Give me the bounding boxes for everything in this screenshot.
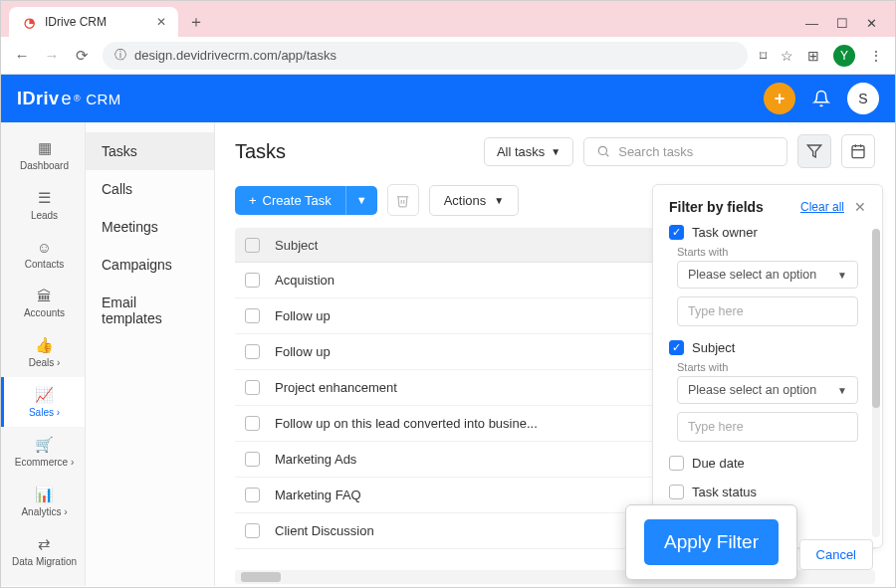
rail-dashboard[interactable]: ▦Dashboard	[1, 130, 85, 180]
contacts-icon: ☺	[37, 239, 52, 256]
row-checkbox[interactable]	[245, 344, 260, 359]
analytics-icon: 📊	[35, 486, 54, 503]
chevron-down-icon: ▼	[837, 385, 847, 396]
profile-avatar[interactable]: Y	[833, 45, 855, 67]
filter-group: ✓Task ownerStarts withPlease select an o…	[669, 225, 866, 326]
rail-data-migration[interactable]: ⇄Data Migration	[1, 526, 85, 576]
rail-deals[interactable]: 👍Deals ›	[1, 327, 85, 377]
row-checkbox[interactable]	[245, 452, 260, 467]
site-info-icon[interactable]: ⓘ	[114, 47, 126, 64]
subnav-calls[interactable]: Calls	[86, 170, 214, 208]
subnav-email-templates[interactable]: Email templates	[86, 284, 214, 337]
tab-close-icon[interactable]: ✕	[156, 15, 166, 29]
filter-field-toggle[interactable]: ✓Subject	[669, 340, 858, 355]
global-add-button[interactable]: +	[764, 83, 795, 114]
filter-value-input[interactable]: Type here	[677, 296, 858, 326]
cancel-button[interactable]: Cancel	[799, 539, 873, 570]
window-close-icon[interactable]: ✕	[866, 16, 877, 31]
filter-condition-label: Starts with	[677, 361, 858, 373]
svg-line-1	[606, 154, 609, 157]
chevron-down-icon: ▼	[551, 146, 560, 157]
sales-icon: 📈	[35, 386, 54, 404]
address-bar[interactable]: ⓘ design.devidrivecrm.com/app/tasks	[103, 42, 748, 70]
row-checkbox[interactable]	[245, 380, 260, 395]
plus-icon: +	[249, 193, 257, 208]
calendar-view-button[interactable]	[841, 134, 875, 168]
reload-icon[interactable]: ⟳	[73, 47, 91, 65]
apply-filter-callout: Apply Filter	[625, 504, 797, 580]
rail-accounts[interactable]: 🏛Accounts	[1, 279, 85, 327]
filter-scrollbar[interactable]	[872, 229, 880, 537]
scope-dropdown[interactable]: All tasks▼	[484, 137, 573, 166]
forward-icon[interactable]: →	[43, 47, 61, 64]
chevron-down-icon: ▼	[837, 270, 847, 281]
svg-rect-3	[852, 146, 864, 158]
notifications-bell-icon[interactable]	[805, 83, 837, 114]
subnav-tasks[interactable]: Tasks	[86, 132, 214, 170]
delete-button[interactable]	[387, 184, 419, 216]
filter-toggle-button[interactable]	[797, 134, 831, 168]
rail-settings[interactable]: ⚙Settings ›	[1, 576, 85, 588]
password-key-icon[interactable]: ⌑	[760, 48, 767, 64]
extensions-icon[interactable]: ⊞	[807, 48, 819, 64]
new-tab-button[interactable]: ＋	[178, 7, 214, 37]
rail-leads[interactable]: ☰Leads	[1, 180, 85, 230]
tab-title: IDrive CRM	[45, 15, 107, 29]
window-maximize-icon[interactable]: ☐	[836, 16, 848, 31]
bookmark-star-icon[interactable]: ☆	[781, 48, 793, 64]
leads-icon: ☰	[38, 189, 51, 207]
create-task-split-button: +Create Task ▼	[235, 186, 377, 215]
rail-analytics[interactable]: 📊Analytics ›	[1, 477, 85, 526]
rail-contacts[interactable]: ☺Contacts	[1, 230, 85, 279]
row-checkbox[interactable]	[245, 308, 260, 323]
row-checkbox[interactable]	[245, 488, 260, 502]
rail-sales[interactable]: 📈Sales ›	[1, 377, 85, 427]
user-avatar[interactable]: S	[847, 83, 879, 114]
search-input[interactable]: Search tasks	[583, 137, 787, 166]
filter-group: ✓Due date	[669, 456, 866, 471]
browser-toolbar: ← → ⟳ ⓘ design.devidrivecrm.com/app/task…	[1, 37, 895, 75]
kebab-menu-icon[interactable]: ⋮	[869, 48, 883, 64]
accounts-icon: 🏛	[37, 288, 52, 304]
create-task-button[interactable]: +Create Task	[235, 186, 345, 215]
row-checkbox[interactable]	[245, 273, 260, 288]
apply-filter-button[interactable]: Apply Filter	[644, 519, 779, 565]
checkbox-icon: ✓	[669, 225, 684, 240]
actions-dropdown[interactable]: Actions▼	[429, 185, 520, 216]
filter-panel-title: Filter by fields	[669, 199, 764, 215]
filter-condition-select[interactable]: Please select an option▼	[677, 376, 858, 404]
window-minimize-icon[interactable]: —	[805, 16, 818, 31]
checkbox-icon: ✓	[669, 456, 684, 471]
create-task-dropdown[interactable]: ▼	[345, 186, 377, 215]
filter-field-toggle[interactable]: ✓Task owner	[669, 225, 858, 240]
row-checkbox[interactable]	[245, 523, 260, 538]
close-icon[interactable]: ✕	[854, 199, 866, 215]
migration-icon: ⇄	[38, 535, 51, 553]
search-icon	[596, 144, 610, 158]
filter-group: ✓Task status	[669, 485, 866, 499]
tab-favicon: ◔	[21, 14, 37, 30]
browser-tab[interactable]: ◔ IDrive CRM ✕	[9, 7, 178, 37]
primary-nav-rail: ▦Dashboard ☰Leads ☺Contacts 🏛Accounts 👍D…	[1, 122, 86, 586]
filter-field-toggle[interactable]: ✓Due date	[669, 456, 858, 471]
row-checkbox[interactable]	[245, 416, 260, 431]
clear-all-link[interactable]: Clear all	[800, 200, 844, 214]
secondary-nav: Tasks Calls Meetings Campaigns Email tem…	[86, 122, 215, 586]
checkbox-icon: ✓	[669, 485, 684, 499]
subnav-meetings[interactable]: Meetings	[86, 208, 214, 246]
ecommerce-icon: 🛒	[35, 436, 54, 454]
select-all-checkbox[interactable]	[245, 238, 260, 253]
rail-ecommerce[interactable]: 🛒Ecommerce ›	[1, 427, 85, 477]
filter-panel: Filter by fields Clear all ✕ ✓Task owner…	[652, 184, 883, 548]
filter-field-toggle[interactable]: ✓Task status	[669, 485, 858, 499]
filter-icon	[806, 143, 822, 159]
brand-logo[interactable]: IDrive®CRM	[17, 89, 121, 109]
filter-value-input[interactable]: Type here	[677, 412, 858, 442]
content-area: Tasks All tasks▼ Search tasks +Create Ta…	[215, 122, 895, 586]
back-icon[interactable]: ←	[13, 47, 31, 64]
filter-condition-select[interactable]: Please select an option▼	[677, 261, 858, 289]
subnav-campaigns[interactable]: Campaigns	[86, 246, 214, 284]
page-title: Tasks	[235, 140, 286, 163]
calendar-icon	[850, 143, 866, 159]
svg-point-0	[599, 146, 607, 154]
